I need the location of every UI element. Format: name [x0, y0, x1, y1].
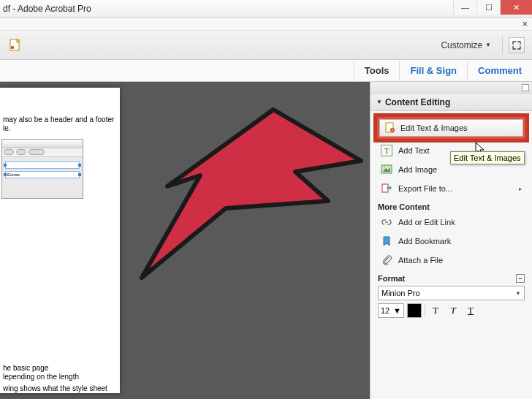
chevron-down-icon: ▼: [515, 290, 521, 297]
customize-menu[interactable]: Customize ▼: [436, 37, 496, 53]
page-text: may also be a header and a footer le.: [0, 114, 117, 134]
window-controls: — ☐ ✕: [453, 0, 532, 17]
export-file-label: Export File to...: [398, 184, 452, 193]
font-family-value: Minion Pro: [381, 289, 420, 297]
maximize-button[interactable]: ☐: [476, 0, 500, 15]
italic-button[interactable]: T: [446, 303, 460, 318]
chevron-down-icon: ▼: [485, 42, 491, 48]
sidebar-top-strip: [370, 82, 532, 94]
add-image-label: Add Image: [398, 165, 437, 174]
minimize-button[interactable]: —: [453, 0, 476, 15]
bookmark-icon: [381, 235, 392, 247]
font-size-value: 12: [381, 306, 390, 315]
document-page: may also be a header and a footer le. Ex…: [0, 88, 120, 393]
tooltip: Edit Text & Images: [450, 151, 525, 164]
window-title: df - Adobe Acrobat Pro: [0, 4, 453, 14]
image-icon: [381, 164, 392, 175]
page-text: wing shows what the style sheet: [0, 383, 110, 395]
export-file-option[interactable]: Export File to... ▸: [370, 179, 532, 198]
tab-fill-sign[interactable]: Fill & Sign: [399, 60, 467, 81]
embedded-window-graphic: Extras: [1, 139, 83, 199]
font-format-row: 12 ▼ T T T: [370, 302, 532, 319]
text-icon: T: [381, 145, 392, 156]
add-edit-link-label: Add or Edit Link: [398, 218, 455, 227]
submenu-arrow-icon: ▸: [519, 186, 522, 192]
more-content-header: More Content: [370, 198, 532, 213]
document-icon: [9, 39, 22, 52]
main-toolbar: Customize ▼: [0, 31, 532, 60]
expand-icon: [512, 41, 521, 50]
close-document-icon[interactable]: ×: [522, 18, 528, 29]
format-header: Format –: [370, 270, 532, 284]
font-size-select[interactable]: 12 ▼: [378, 303, 404, 318]
add-bookmark-label: Add Bookmark: [398, 237, 451, 246]
collapse-triangle-icon: ▼: [376, 99, 382, 105]
highlight-box: Edit Text & Images: [373, 113, 529, 142]
section-title: Content Editing: [385, 97, 450, 107]
fullscreen-button[interactable]: [509, 37, 525, 53]
document-tab-bar: ×: [0, 18, 532, 31]
svg-point-1: [11, 45, 14, 48]
add-bookmark-option[interactable]: Add Bookmark: [370, 232, 532, 251]
tab-fill-sign-label: Fill & Sign: [410, 65, 457, 76]
bold-button[interactable]: T: [428, 303, 443, 318]
attach-file-option[interactable]: Attach a File: [370, 251, 532, 270]
svg-point-6: [384, 167, 386, 169]
add-text-label: Add Text: [398, 146, 430, 155]
titlebar: df - Adobe Acrobat Pro — ☐ ✕: [0, 0, 532, 18]
collapse-icon[interactable]: –: [516, 274, 525, 283]
annotation-arrow: [127, 102, 376, 307]
tab-tools-label: Tools: [365, 65, 390, 76]
close-button[interactable]: ✕: [500, 0, 532, 15]
panel-options-icon[interactable]: [522, 84, 529, 91]
edit-text-images-button[interactable]: Edit Text & Images: [379, 119, 523, 137]
chevron-down-icon: ▼: [393, 306, 401, 315]
underline-button[interactable]: T: [463, 303, 478, 318]
edit-text-images-label: Edit Text & Images: [400, 123, 468, 132]
customize-label: Customize: [441, 40, 482, 50]
link-icon: [381, 216, 392, 228]
section-content-editing[interactable]: ▼ Content Editing: [370, 94, 532, 111]
tab-comment[interactable]: Comment: [467, 60, 532, 81]
font-color-swatch[interactable]: [407, 303, 422, 318]
tab-tools[interactable]: Tools: [354, 60, 400, 81]
export-icon: [381, 183, 392, 194]
page-text: he basic page lepending on the length: [0, 362, 82, 382]
separator: [425, 305, 425, 316]
tab-comment-label: Comment: [478, 65, 522, 76]
edit-page-icon: [384, 122, 396, 134]
add-edit-link-option[interactable]: Add or Edit Link: [370, 213, 532, 232]
font-family-select[interactable]: Minion Pro ▼: [378, 286, 525, 300]
separator: [502, 37, 503, 54]
paperclip-icon: [381, 254, 392, 266]
tools-sidebar: ▼ Content Editing Edit Text & Images T A…: [370, 82, 532, 399]
attach-file-label: Attach a File: [398, 256, 443, 265]
font-row: Minion Pro ▼: [370, 284, 532, 302]
panel-tabs: Tools Fill & Sign Comment: [0, 60, 532, 82]
